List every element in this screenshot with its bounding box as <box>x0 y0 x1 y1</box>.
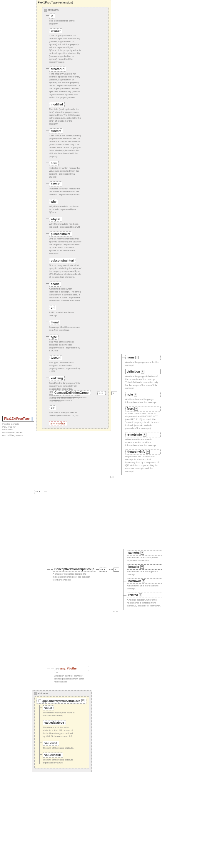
expand-icon[interactable]: + <box>134 407 138 411</box>
root-type-box[interactable]: Flex1ExtPropType <box>2 416 34 422</box>
element-hierarchyInfo[interactable]: hierarchyInfo+ <box>125 449 161 455</box>
element-definition[interactable]: definition+ <box>125 369 161 374</box>
expand-icon[interactable]: + <box>141 551 144 555</box>
element-leaf: facet+In NAR 1.8 and later 'facet' is de… <box>122 406 161 430</box>
attribute-desc: The local identifier of the property <box>49 20 81 25</box>
element-desc: A natural language name for the concept. <box>125 361 161 367</box>
attribute-desc: The related value (see more in the spec … <box>43 711 75 717</box>
attribute-item: valueunitThe unit of the value attribute… <box>40 740 87 750</box>
attribute-item: typeuriThe type of the concept assigned … <box>46 354 106 373</box>
element-name[interactable]: name+ <box>125 355 161 360</box>
expand-icon[interactable]: + <box>143 433 146 436</box>
group-concept-relationships-desc: A group of properties required to indica… <box>53 572 91 581</box>
element-sameAs[interactable]: sameAs+ <box>127 550 162 556</box>
expand-icon[interactable]: + <box>140 565 144 569</box>
element-leaf: sameAs+An identifier of a concept with e… <box>124 550 162 562</box>
attribute-item: valuedatatypeThe datatype of the value a… <box>40 719 87 738</box>
attribute-item: howuriIndicates by which means the value… <box>46 181 106 196</box>
element-remoteInfo[interactable]: remoteInfo+ <box>125 432 161 437</box>
attribute-item: creatorIf the property value is not defi… <box>46 28 106 64</box>
attribute-desc: One or many constraints that apply to pu… <box>49 264 81 279</box>
attribute-box-qcode[interactable]: qcode <box>49 282 61 287</box>
attribute-box-pubconstraint[interactable]: pubconstraint <box>49 231 72 237</box>
attribute-box-uri[interactable]: uri <box>49 305 57 310</box>
collapse-icon[interactable]: − <box>81 699 84 702</box>
expand-icon[interactable]: + <box>135 356 139 359</box>
attribute-box-id[interactable]: id <box>49 13 55 19</box>
element-narrower[interactable]: narrower+ <box>127 579 162 584</box>
element-desc: In NAR 1.8 and later 'facet' is deprecat… <box>125 412 161 430</box>
element-leaf: broader+An identifier of a more generic … <box>124 564 162 576</box>
attributes-frame-1: attributes idThe local identifier of the… <box>42 7 108 429</box>
group-concept-definition-desc: A group of properties required to define… <box>53 396 91 402</box>
cardinality-def: 0..∞ <box>110 476 162 478</box>
attribute-box-typeuri[interactable]: typeuri <box>49 355 62 360</box>
element-leaf: name+A natural language name for the con… <box>122 355 161 367</box>
attribute-item: customIf set to true the corresponding p… <box>46 128 106 158</box>
attribute-item: pubconstraintOne or many constraints tha… <box>46 231 106 255</box>
attribute-desc: The type of the concept assigned as cont… <box>49 361 81 373</box>
attribute-desc: A qualified code which identifies a conc… <box>49 287 81 302</box>
attributes-icon <box>44 9 47 12</box>
element-broader[interactable]: broader+ <box>127 564 162 570</box>
element-desc: A related concept, where the relationshi… <box>127 598 162 607</box>
attributes-icon <box>34 692 37 695</box>
expand-icon[interactable]: + <box>146 450 150 454</box>
expand-icon[interactable]: + <box>139 593 142 597</box>
attribute-box-why[interactable]: why <box>49 199 58 204</box>
attribute-box-valuedatatype[interactable]: valuedatatype <box>43 720 66 725</box>
attribute-item: valueunituriThe unit of the value attrib… <box>40 752 87 764</box>
attribute-item: creatoruriIf the property value is not d… <box>46 66 106 99</box>
attribute-box-xml-lang[interactable]: xml:lang <box>49 376 65 381</box>
attribute-box-valueunituri[interactable]: valueunituri <box>43 752 63 757</box>
attribute-box-creator[interactable]: creator <box>49 28 63 33</box>
attribute-box-whyuri[interactable]: whyuri <box>49 217 62 222</box>
any-element-card: 0..∞ <box>54 671 89 674</box>
attribute-item: whyuriWhy the metadata has been included… <box>46 216 106 228</box>
attribute-box-literal[interactable]: literal <box>49 320 61 325</box>
attribute-desc: If set to true the corresponding propert… <box>49 134 81 158</box>
element-leaf: remoteInfo+A link to an item or a web re… <box>122 432 161 447</box>
expand-icon[interactable]: + <box>142 579 145 583</box>
element-leaf: related+A related concept, where the rel… <box>124 593 162 607</box>
element-desc: An identifier of a more specific concept… <box>127 584 162 590</box>
element-desc: Additional natural language information … <box>125 398 161 404</box>
attribute-box-pubconstrainturi[interactable]: pubconstrainturi <box>49 258 76 263</box>
element-desc: A link to an item or a web resource whic… <box>125 438 161 447</box>
attribute-box-value[interactable]: value <box>43 705 54 710</box>
attribute-box-creatoruri[interactable]: creatoruri <box>49 67 66 71</box>
element-leaf: narrower+An identifier of a more specifi… <box>124 579 162 590</box>
attribute-desc: A concept identifier expressed as a free… <box>49 326 81 332</box>
attribute-desc: Indicates by which means the value was e… <box>49 167 81 179</box>
attribute-box-valueunit[interactable]: valueunit <box>43 741 59 746</box>
group-concept-definition[interactable]: ConceptDefinitionGroup <box>53 390 91 395</box>
attribute-box-custom[interactable]: custom <box>49 128 63 133</box>
attributes-frame-2: attributes grp: arbitraryValueAttributes… <box>32 690 92 772</box>
attribute-desc: Why the metadata has been included - exp… <box>49 223 81 228</box>
attribute-item: literalA concept identifier expressed as… <box>46 319 106 332</box>
sequence-compositor-rel <box>99 567 107 572</box>
attribute-desc: The unit of the value attribute - expres… <box>43 758 75 764</box>
attribute-box-type[interactable]: type <box>49 335 59 340</box>
any-element-desc: Extension point for provider-defined pro… <box>54 675 89 683</box>
expand-icon[interactable]: + <box>134 393 137 397</box>
attribute-desc: The unit of the value attribute. <box>43 747 75 750</box>
attribute-box-modified[interactable]: modified <box>49 102 65 107</box>
sequence-compositor-main <box>34 490 42 494</box>
attribute-box-how[interactable]: how <box>49 161 59 166</box>
element-note[interactable]: note+ <box>125 392 161 397</box>
element-related[interactable]: related+ <box>127 593 162 598</box>
attribute-desc: Why the metadata has been included - exp… <box>49 205 81 214</box>
attribute-box-howuri[interactable]: howuri <box>49 181 62 186</box>
group-arbitrary-value-attributes[interactable]: grp: arbitraryValueAttributes − <box>36 698 87 704</box>
attribute-desc: Indicates by which means the value was e… <box>49 187 81 196</box>
extension-title: Flex1PropType (extension) <box>37 0 111 5</box>
attribute-desc: If the property value is not defined, sp… <box>49 72 81 99</box>
attribute-item: howIndicates by which means the value wa… <box>46 160 106 179</box>
attribute-item: typeThe type of the concept assigned as … <box>46 334 106 352</box>
element-facet[interactable]: facet+ <box>125 406 161 411</box>
group-icon <box>38 700 41 702</box>
group-concept-relationships[interactable]: ConceptRelationshipsGroup <box>53 567 96 572</box>
expand-icon[interactable]: + <box>141 370 144 373</box>
choice-compositor-rel <box>113 567 119 572</box>
